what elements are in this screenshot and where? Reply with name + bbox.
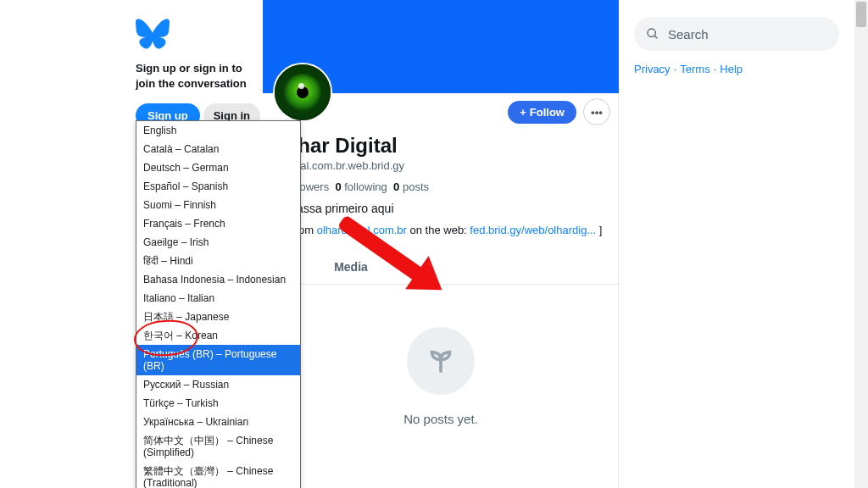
tab-media[interactable]: Media — [334, 252, 368, 284]
profile-tabs: Posts Media — [263, 252, 619, 285]
bridge-link-1[interactable]: olhardigital.com.br — [317, 224, 407, 236]
svg-line-1 — [654, 36, 657, 38]
language-option[interactable]: 한국어 – Korean — [136, 326, 300, 345]
language-option[interactable]: Suomi – Finnish — [136, 196, 300, 214]
language-option[interactable]: 繁體中文（臺灣） – Chinese (Traditional) — [136, 462, 300, 488]
footer-links: Privacy·Terms·Help — [634, 63, 839, 75]
profile-column: +Follow ••• Olhar Digital rdigital.com.b… — [263, 0, 619, 488]
language-option[interactable]: 日本語 – Japanese — [136, 308, 300, 326]
bridge-link-2[interactable]: fed.brid.gy/web/olhardig... — [470, 224, 596, 236]
posts-label: posts — [403, 180, 429, 193]
posts-count: 0 — [393, 180, 399, 193]
handle: rdigital.com.br.web.brid.gy — [276, 159, 605, 172]
link-privacy[interactable]: Privacy — [634, 63, 670, 75]
display-name: Olhar Digital — [276, 134, 605, 158]
search-icon — [646, 27, 659, 41]
language-option[interactable]: Català – Catalan — [136, 140, 300, 158]
language-option[interactable]: हिंदी – Hindi — [136, 252, 300, 270]
search-input[interactable]: Search — [634, 17, 839, 51]
sprout-icon — [407, 327, 475, 395]
language-option[interactable]: Português (BR) – Portuguese (BR) — [136, 345, 300, 375]
following-label: following — [344, 180, 387, 193]
bluesky-logo[interactable] — [136, 19, 263, 53]
search-placeholder: Search — [668, 27, 709, 42]
language-option[interactable]: Gaeilge – Irish — [136, 233, 300, 252]
bridge-line: ed from olhardigital.com.br on the web: … — [276, 224, 605, 236]
language-option[interactable]: Türkçe – Turkish — [136, 394, 300, 413]
page-scrollbar[interactable] — [854, 0, 868, 488]
scrollbar-thumb[interactable] — [856, 2, 866, 27]
language-option[interactable]: Bahasa Indonesia – Indonesian — [136, 270, 300, 289]
right-panel: Search Privacy·Terms·Help — [619, 0, 854, 488]
profile-stats: 0 followers 0 following 0 posts — [276, 180, 605, 193]
language-option[interactable]: Українська – Ukrainian — [136, 413, 300, 431]
profile-bio: ro passa primeiro aqui — [276, 202, 605, 215]
language-option[interactable]: Español – Spanish — [136, 177, 300, 196]
empty-state: No posts yet. — [263, 285, 619, 426]
language-option[interactable]: 简体中文（中国） – Chinese (Simplified) — [136, 431, 300, 462]
link-terms[interactable]: Terms — [680, 63, 709, 75]
language-option[interactable]: Русский – Russian — [136, 375, 300, 394]
language-option[interactable]: Français – French — [136, 214, 300, 233]
following-count: 0 — [335, 180, 341, 193]
language-option[interactable]: Italiano – Italian — [136, 289, 300, 308]
language-option[interactable]: Deutsch – German — [136, 158, 300, 177]
empty-message: No posts yet. — [263, 412, 619, 426]
tagline: Sign up or sign in to join the conversat… — [136, 61, 263, 92]
link-help[interactable]: Help — [720, 63, 743, 75]
svg-point-0 — [648, 29, 655, 36]
language-option[interactable]: English — [136, 121, 300, 140]
language-menu[interactable]: EnglishCatalà – CatalanDeutsch – GermanE… — [136, 120, 301, 488]
